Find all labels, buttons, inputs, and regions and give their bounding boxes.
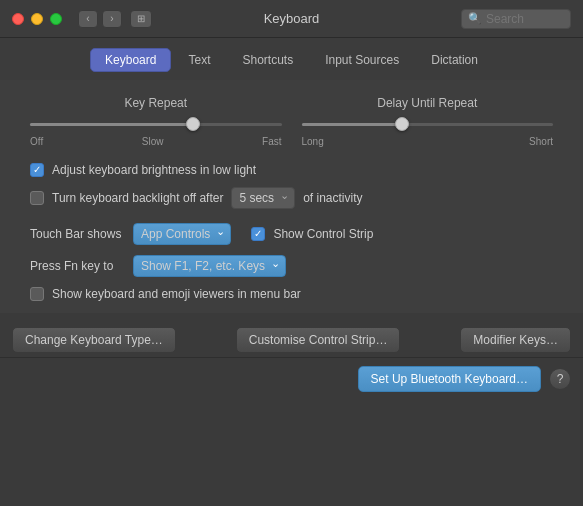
- nav-buttons: ‹ ›: [78, 10, 122, 28]
- setup-bluetooth-button[interactable]: Set Up Bluetooth Keyboard…: [358, 366, 541, 392]
- window-title: Keyboard: [264, 11, 320, 26]
- key-repeat-thumb[interactable]: [186, 117, 200, 131]
- touchbar-label: Touch Bar shows: [30, 227, 125, 241]
- press-fn-label: Press Fn key to: [30, 259, 125, 273]
- adjust-brightness-row: Adjust keyboard brightness in low light: [30, 163, 553, 177]
- delay-repeat-thumb[interactable]: [395, 117, 409, 131]
- touchbar-dropdown[interactable]: App Controls: [133, 223, 231, 245]
- grid-button[interactable]: ⊞: [130, 10, 152, 28]
- modifier-keys-button[interactable]: Modifier Keys…: [460, 327, 571, 353]
- traffic-lights: [12, 13, 62, 25]
- tick-fast: Fast: [262, 136, 281, 147]
- tab-shortcuts[interactable]: Shortcuts: [227, 48, 308, 72]
- tab-keyboard[interactable]: Keyboard: [90, 48, 171, 72]
- turn-off-backlight-checkbox[interactable]: [30, 191, 44, 205]
- tab-bar: Keyboard Text Shortcuts Input Sources Di…: [0, 38, 583, 80]
- main-content: Key Repeat Off Slow Fast Delay Until Rep…: [0, 80, 583, 313]
- key-repeat-track: [30, 123, 282, 126]
- options-section: Adjust keyboard brightness in low light …: [30, 163, 553, 209]
- show-emoji-checkbox[interactable]: [30, 287, 44, 301]
- key-repeat-label: Key Repeat: [124, 96, 187, 110]
- title-bar: ‹ › ⊞ Keyboard 🔍: [0, 0, 583, 38]
- tab-input-sources[interactable]: Input Sources: [310, 48, 414, 72]
- key-repeat-fill: [30, 123, 193, 126]
- forward-button[interactable]: ›: [102, 10, 122, 28]
- key-repeat-ticks: Off Slow Fast: [30, 136, 282, 147]
- customise-control-strip-button[interactable]: Customise Control Strip…: [236, 327, 401, 353]
- turn-off-backlight-label: Turn keyboard backlight off after: [52, 191, 223, 205]
- footer: Set Up Bluetooth Keyboard… ?: [0, 357, 583, 400]
- tick-long: Long: [302, 136, 324, 147]
- show-emoji-label: Show keyboard and emoji viewers in menu …: [52, 287, 301, 301]
- adjust-brightness-label: Adjust keyboard brightness in low light: [52, 163, 256, 177]
- maximize-button[interactable]: [50, 13, 62, 25]
- tick-slow: Slow: [142, 136, 164, 147]
- delay-repeat-slider-group: Delay Until Repeat Long Short: [302, 96, 554, 147]
- back-button[interactable]: ‹: [78, 10, 98, 28]
- touchbar-row: Touch Bar shows App Controls Show Contro…: [30, 223, 553, 245]
- delay-repeat-ticks: Long Short: [302, 136, 554, 147]
- delay-repeat-track: [302, 123, 554, 126]
- show-emoji-row: Show keyboard and emoji viewers in menu …: [30, 287, 553, 301]
- bottom-buttons-bar: Change Keyboard Type… Customise Control …: [0, 313, 583, 357]
- adjust-brightness-checkbox[interactable]: [30, 163, 44, 177]
- search-icon: 🔍: [468, 12, 482, 25]
- help-button[interactable]: ?: [549, 368, 571, 390]
- show-control-strip-checkbox[interactable]: [251, 227, 265, 241]
- tick-off: Off: [30, 136, 43, 147]
- minimize-button[interactable]: [31, 13, 43, 25]
- delay-repeat-track-container[interactable]: [302, 116, 554, 132]
- turn-off-backlight-row: Turn keyboard backlight off after 5 secs…: [30, 187, 553, 209]
- backlight-timeout-dropdown[interactable]: 5 secs: [231, 187, 295, 209]
- sliders-row: Key Repeat Off Slow Fast Delay Until Rep…: [30, 96, 553, 147]
- show-control-strip-label: Show Control Strip: [273, 227, 373, 241]
- delay-repeat-label: Delay Until Repeat: [377, 96, 477, 110]
- close-button[interactable]: [12, 13, 24, 25]
- change-keyboard-button[interactable]: Change Keyboard Type…: [12, 327, 176, 353]
- press-fn-dropdown[interactable]: Show F1, F2, etc. Keys: [133, 255, 286, 277]
- key-repeat-track-container[interactable]: [30, 116, 282, 132]
- press-fn-row: Press Fn key to Show F1, F2, etc. Keys: [30, 255, 553, 277]
- delay-repeat-fill: [302, 123, 403, 126]
- key-repeat-slider-group: Key Repeat Off Slow Fast: [30, 96, 282, 147]
- search-box[interactable]: 🔍: [461, 9, 571, 29]
- tick-short: Short: [529, 136, 553, 147]
- inactivity-label: of inactivity: [303, 191, 362, 205]
- tab-dictation[interactable]: Dictation: [416, 48, 493, 72]
- search-input[interactable]: [486, 12, 566, 26]
- tab-text[interactable]: Text: [173, 48, 225, 72]
